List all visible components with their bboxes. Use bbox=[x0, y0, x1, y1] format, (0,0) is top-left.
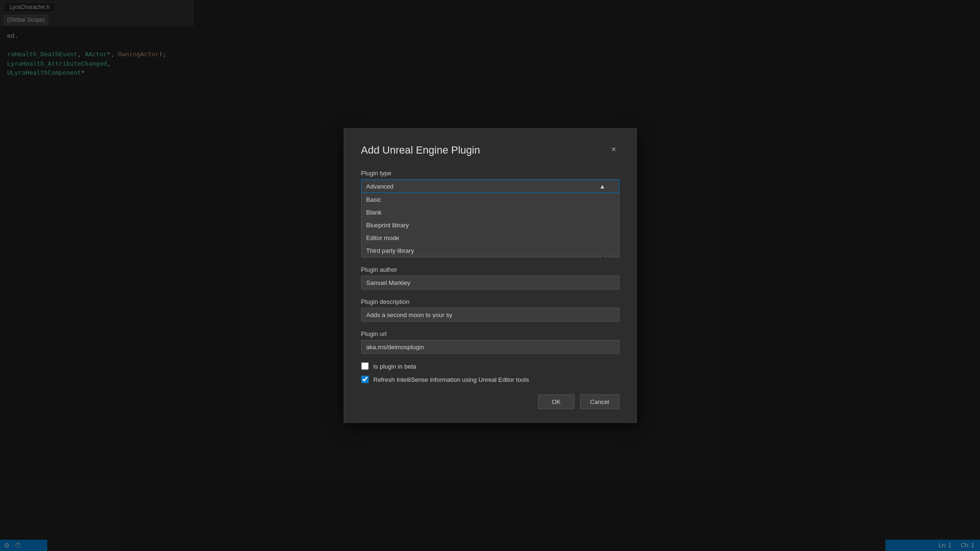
dropdown-option-blueprint[interactable]: Blueprint library bbox=[362, 219, 619, 232]
dropdown-option-blank[interactable]: Blank bbox=[362, 206, 619, 219]
plugin-url-input[interactable] bbox=[361, 340, 619, 354]
dropdown-option-editor[interactable]: Editor mode bbox=[362, 232, 619, 244]
plugin-type-selected-value[interactable]: Advanced ▲ bbox=[361, 180, 619, 193]
plugin-type-list[interactable]: Basic Blank Blueprint library Editor mod… bbox=[361, 193, 619, 255]
dialog-title: Add Unreal Engine Plugin bbox=[361, 144, 480, 156]
checkbox-beta-input[interactable] bbox=[361, 362, 369, 370]
plugin-url-group: Plugin url bbox=[361, 330, 619, 354]
checkbox-intellisense-row: Refresh IntelliSense information using U… bbox=[361, 376, 619, 383]
plugin-description-input[interactable] bbox=[361, 308, 619, 322]
checkbox-beta-row: Is plugin in beta bbox=[361, 362, 619, 370]
checkbox-beta-label[interactable]: Is plugin in beta bbox=[373, 362, 416, 370]
ok-button[interactable]: OK bbox=[538, 395, 574, 409]
add-plugin-dialog: Add Unreal Engine Plugin × Plugin type A… bbox=[344, 129, 637, 423]
plugin-author-group: Plugin author bbox=[361, 266, 619, 290]
plugin-type-group: Plugin type Advanced ▲ Basic Blank Bluep… bbox=[361, 170, 619, 193]
plugin-author-label: Plugin author bbox=[361, 266, 619, 273]
dropdown-option-basic[interactable]: Basic bbox=[362, 193, 619, 206]
plugin-description-label: Plugin description bbox=[361, 298, 619, 305]
dropdown-option-third-party[interactable]: Third party library bbox=[362, 244, 619, 255]
dialog-close-button[interactable]: × bbox=[608, 144, 619, 155]
dropdown-arrow-icon: ▲ bbox=[599, 183, 606, 190]
dialog-footer: OK Cancel bbox=[361, 395, 619, 409]
plugin-url-label: Plugin url bbox=[361, 330, 619, 337]
cancel-button[interactable]: Cancel bbox=[580, 395, 619, 409]
dialog-header: Add Unreal Engine Plugin × bbox=[361, 144, 619, 156]
checkbox-intellisense-label[interactable]: Refresh IntelliSense information using U… bbox=[373, 376, 529, 383]
plugin-description-group: Plugin description bbox=[361, 298, 619, 322]
plugin-type-label: Plugin type bbox=[361, 170, 619, 177]
checkbox-intellisense-input[interactable] bbox=[361, 376, 369, 383]
plugin-author-input[interactable] bbox=[361, 276, 619, 290]
plugin-type-dropdown[interactable]: Advanced ▲ Basic Blank Blueprint library… bbox=[361, 180, 619, 193]
